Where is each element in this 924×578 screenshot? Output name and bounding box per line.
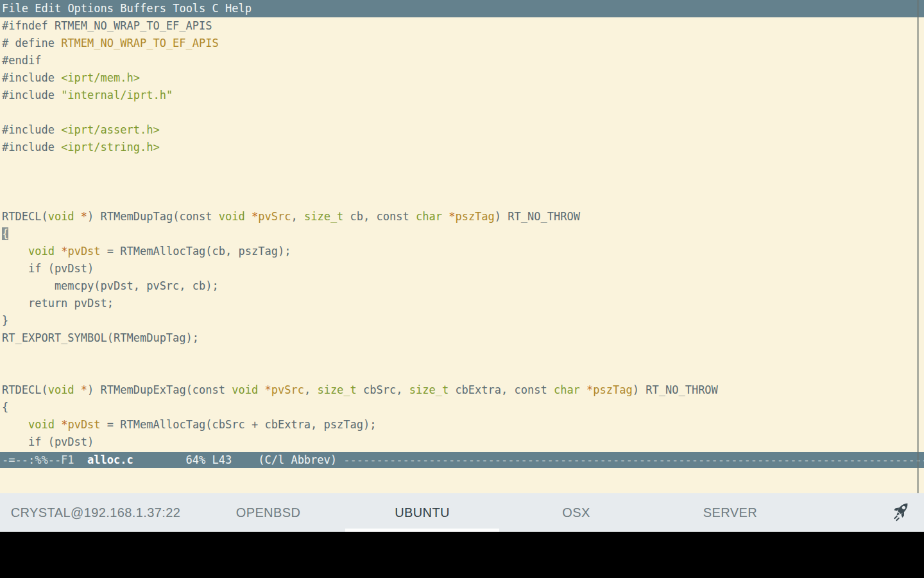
code-line — [2, 104, 924, 121]
mode-line-dashes: ----------------------------------------… — [337, 453, 924, 466]
code-line: return pvDst; — [2, 295, 924, 312]
code-line: #include <iprt/assert.h> — [2, 121, 924, 139]
code-line: #include <iprt/string.h> — [2, 139, 924, 156]
code-line: void *pvDst = RTMemAllocTag(cbSrc + cbEx… — [2, 416, 924, 434]
tab-openbsd[interactable]: OPENBSD — [191, 493, 345, 532]
rocket-launch-icon — [891, 500, 914, 525]
menu-item-buffers[interactable]: Buffers — [120, 2, 166, 15]
menu-item-edit[interactable]: Edit — [35, 2, 61, 15]
code-line: #ifndef RTMEM_NO_WRAP_TO_EF_APIS — [2, 17, 924, 35]
tab-ubuntu[interactable]: UBUNTU — [345, 493, 499, 532]
menu-item-tools[interactable]: Tools — [173, 2, 205, 15]
code-line — [2, 173, 924, 191]
code-line: RT_EXPORT_SYMBOL(RTMemDupTag); — [2, 329, 924, 347]
text-cursor: { — [2, 227, 8, 240]
code-line: { — [2, 399, 924, 416]
echo-area[interactable] — [0, 468, 924, 493]
code-line: #endif — [2, 52, 924, 69]
session-tab-bar: CRYSTAL@192.168.1.37:22OPENBSDUBUNTUOSXS… — [0, 493, 924, 532]
tab-server[interactable]: SERVER — [653, 493, 807, 532]
menu-item-options[interactable]: Options — [67, 2, 114, 15]
major-mode-indicator[interactable]: (C/l Abbrev) — [258, 453, 337, 466]
mode-line-gap1 — [133, 453, 186, 466]
code-line: if (pvDst) — [2, 260, 924, 277]
code-line — [2, 364, 924, 381]
code-line: #include <iprt/mem.h> — [2, 69, 924, 87]
buffer-name[interactable]: alloc.c — [87, 453, 133, 466]
mode-line-gap2 — [232, 453, 258, 466]
menu-item-help[interactable]: Help — [225, 2, 252, 15]
android-nav-bar — [0, 532, 924, 578]
code-line — [2, 191, 924, 208]
code-line: { — [2, 225, 924, 243]
emacs-menu-bar: FileEditOptionsBuffersToolsCHelp — [0, 0, 924, 17]
scrollbar-divider[interactable] — [917, 0, 919, 493]
code-line: void *pvDst = RTMemAllocTag(cb, pszTag); — [2, 243, 924, 260]
mode-line-prefix: -=--:%%--F1 — [2, 453, 87, 466]
code-line: if (pvDst) — [2, 434, 924, 451]
terminal-app-screen: FileEditOptionsBuffersToolsCHelp #ifndef… — [0, 0, 924, 578]
code-line — [2, 156, 924, 173]
code-area[interactable]: #ifndef RTMEM_NO_WRAP_TO_EF_APIS# define… — [0, 17, 924, 452]
tab-crystal-192-168-1-37-22[interactable]: CRYSTAL@192.168.1.37:22 — [0, 493, 191, 532]
code-line: RTDECL(void *) RTMemDupExTag(const void … — [2, 381, 924, 399]
buffer-position: 64% L43 — [186, 453, 232, 466]
code-line: # define RTMEM_NO_WRAP_TO_EF_APIS — [2, 35, 924, 52]
tab-osx[interactable]: OSX — [499, 493, 653, 532]
code-line — [2, 347, 924, 364]
menu-item-c[interactable]: C — [212, 2, 219, 15]
new-session-button[interactable] — [891, 493, 924, 532]
code-line: RTDECL(void *) RTMemDupTag(const void *p… — [2, 208, 924, 225]
code-line: memcpy(pvDst, pvSrc, cb); — [2, 277, 924, 295]
mode-line: -=--:%%--F1 alloc.c 64% L43 (C/l Abbrev)… — [0, 452, 924, 468]
menu-item-file[interactable]: File — [2, 2, 28, 15]
code-line: #include "internal/iprt.h" — [2, 87, 924, 104]
code-line: } — [2, 312, 924, 329]
